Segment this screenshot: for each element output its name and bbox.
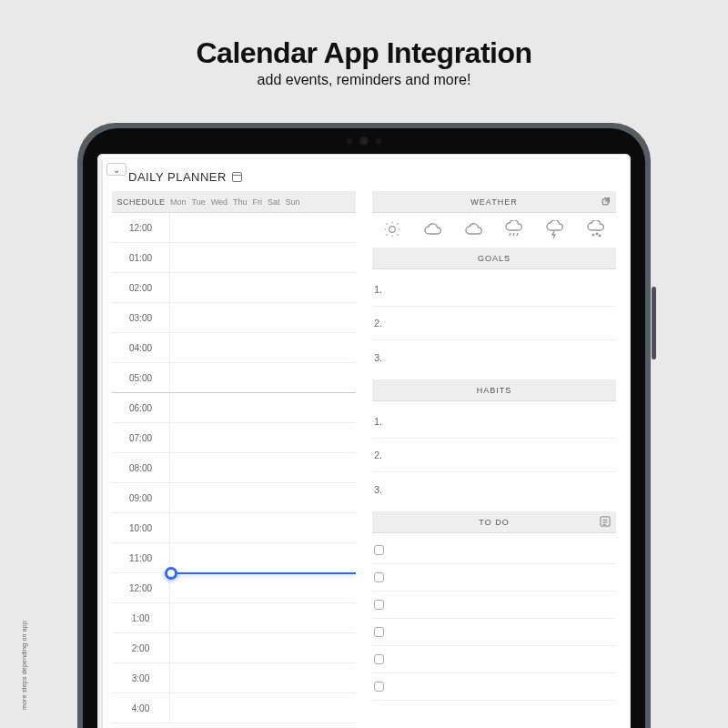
time-label: 06:00 (112, 393, 170, 422)
schedule-cell[interactable] (170, 213, 356, 242)
list-item[interactable]: 3. (372, 472, 616, 506)
schedule-header: SCHEDULE MonTueWedThuFriSatSun (112, 191, 356, 213)
time-label: 08:00 (112, 453, 170, 482)
todo-list (372, 537, 616, 701)
todo-header: TO DO (372, 511, 616, 533)
schedule-cell[interactable] (170, 453, 356, 482)
schedule-row[interactable]: 03:00 (112, 303, 356, 333)
schedule-row[interactable]: 06:00 (112, 393, 356, 423)
external-link-icon (602, 197, 611, 206)
day-label[interactable]: Fri (253, 197, 263, 207)
schedule-cell[interactable] (170, 573, 356, 602)
weather-header[interactable]: WEATHER (372, 191, 616, 213)
checkbox[interactable] (374, 572, 384, 582)
habits-header: HABITS (372, 379, 616, 401)
schedule-row[interactable]: 08:00 (112, 453, 356, 483)
time-label: 11:00 (112, 543, 170, 572)
schedule-cell[interactable] (170, 423, 356, 452)
schedule-row[interactable]: 12:00 (112, 573, 356, 603)
time-label: 3:00 (112, 663, 170, 693)
tablet-notch (332, 137, 396, 145)
tablet-frame: ⌄ DAILY PLANNER SCHEDULE MonTueWedThuFri… (77, 123, 651, 728)
todo-row[interactable] (372, 537, 616, 564)
schedule-row[interactable]: 02:00 (112, 273, 356, 303)
todo-row[interactable] (372, 564, 616, 592)
storm-icon (544, 220, 566, 238)
day-label[interactable]: Sat (268, 197, 280, 207)
tablet-screen: ⌄ DAILY PLANNER SCHEDULE MonTueWedThuFri… (97, 154, 631, 728)
checkbox[interactable] (374, 545, 384, 555)
svg-point-4 (599, 235, 601, 237)
todo-row[interactable] (372, 592, 616, 619)
time-label: 1:00 (112, 603, 170, 632)
schedule-row[interactable]: 04:00 (112, 333, 356, 363)
schedule-cell[interactable] (170, 663, 356, 693)
day-label[interactable]: Tue (192, 197, 206, 207)
svg-point-2 (592, 234, 594, 236)
cloud-icon (422, 220, 444, 238)
schedule-cell[interactable] (170, 273, 356, 302)
schedule-row[interactable]: 09:00 (112, 483, 356, 513)
schedule-row[interactable]: 4:00 (112, 693, 356, 723)
schedule-cell[interactable] (170, 513, 356, 542)
schedule-cell[interactable] (170, 243, 356, 272)
schedule-row[interactable]: 01:00 (112, 243, 356, 273)
schedule-cell[interactable] (170, 633, 356, 662)
widgets-column: WEATHER (372, 191, 616, 723)
list-item[interactable]: 1. (372, 405, 616, 439)
todo-row[interactable] (372, 619, 616, 646)
time-label: 05:00 (112, 363, 170, 392)
schedule-cell[interactable] (170, 693, 356, 723)
list-item[interactable]: 2. (372, 307, 616, 340)
day-label[interactable]: Wed (211, 197, 228, 207)
sun-icon (381, 220, 403, 238)
schedule-cell[interactable] (170, 603, 356, 632)
checkbox[interactable] (374, 682, 384, 692)
habits-label: HABITS (477, 386, 512, 395)
checkbox[interactable] (374, 654, 384, 664)
todo-row[interactable] (372, 646, 616, 673)
schedule-cell[interactable] (170, 393, 356, 422)
list-icon (600, 516, 611, 527)
schedule-cell[interactable] (170, 303, 356, 332)
schedule-cell[interactable] (170, 363, 356, 392)
day-label[interactable]: Mon (170, 197, 187, 207)
svg-point-3 (596, 233, 598, 235)
page-title: DAILY PLANNER (128, 170, 616, 184)
schedule-row[interactable]: 1:00 (112, 603, 356, 633)
goals-header: GOALS (372, 248, 616, 269)
checkbox[interactable] (374, 600, 384, 610)
cloud-icon (463, 220, 485, 238)
time-label: 01:00 (112, 243, 170, 272)
time-label: 12:00 (112, 573, 170, 602)
goals-list: 1.2.3. (372, 273, 616, 374)
tablet-side-button (652, 287, 656, 359)
schedule-row[interactable]: 07:00 (112, 423, 356, 453)
list-item[interactable]: 3. (372, 340, 616, 374)
list-item[interactable]: 2. (372, 439, 616, 472)
schedule-row[interactable]: 3:00 (112, 663, 356, 693)
schedule-row[interactable]: 2:00 (112, 633, 356, 663)
schedule-row[interactable]: 12:00 (112, 213, 356, 243)
day-label[interactable]: Sun (286, 197, 300, 207)
list-item[interactable]: 1. (372, 273, 616, 307)
collapse-toggle[interactable]: ⌄ (106, 163, 126, 176)
schedule-row[interactable]: 10:00 (112, 513, 356, 543)
schedule-cell[interactable] (170, 543, 356, 572)
calendar-icon (232, 172, 242, 182)
todo-row[interactable] (372, 673, 616, 701)
checkbox[interactable] (374, 627, 384, 637)
day-label[interactable]: Thu (233, 197, 248, 207)
schedule-cell[interactable] (170, 483, 356, 512)
weather-label: WEATHER (470, 197, 517, 207)
svg-point-1 (389, 227, 396, 233)
time-label: 12:00 (112, 213, 170, 242)
time-label: 09:00 (112, 483, 170, 512)
time-label: 10:00 (112, 513, 170, 542)
time-label: 07:00 (112, 423, 170, 452)
schedule-cell[interactable] (170, 333, 356, 362)
schedule-row[interactable]: 05:00 (112, 363, 356, 393)
goals-label: GOALS (478, 254, 511, 263)
time-label: 02:00 (112, 273, 170, 302)
schedule-row[interactable]: 11:00 (112, 543, 356, 573)
